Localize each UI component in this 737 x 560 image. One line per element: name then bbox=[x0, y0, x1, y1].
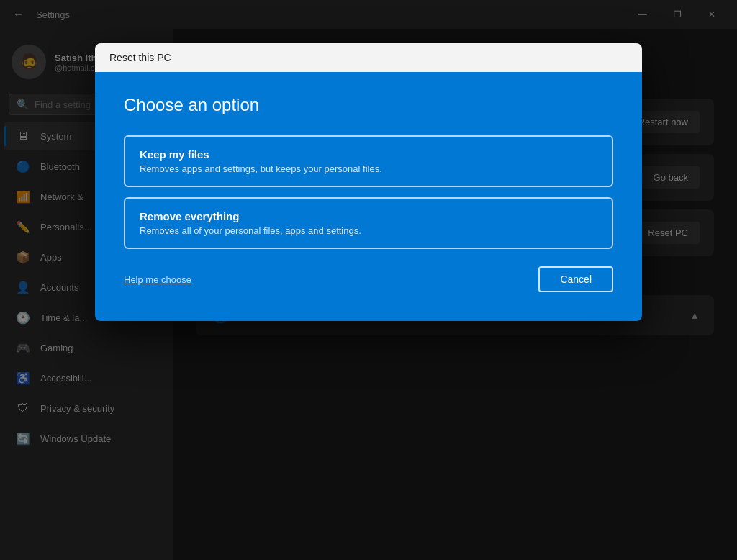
help-me-choose-link[interactable]: Help me choose bbox=[124, 274, 191, 285]
modal-option-keep-title: Keep my files bbox=[140, 148, 597, 161]
modal-option-keep-files[interactable]: Keep my files Removes apps and settings,… bbox=[124, 135, 613, 187]
modal-body: Choose an option Keep my files Removes a… bbox=[95, 72, 642, 321]
modal-option-remove-everything[interactable]: Remove everything Removes all of your pe… bbox=[124, 197, 613, 249]
reset-modal: Reset this PC Choose an option Keep my f… bbox=[95, 43, 642, 321]
modal-footer: Help me choose Cancel bbox=[124, 266, 613, 292]
modal-option-remove-desc: Removes all of your personal files, apps… bbox=[140, 225, 597, 236]
modal-titlebar: Reset this PC bbox=[95, 43, 642, 72]
modal-option-remove-title: Remove everything bbox=[140, 210, 597, 222]
modal-titlebar-label: Reset this PC bbox=[109, 52, 171, 63]
cancel-button[interactable]: Cancel bbox=[538, 266, 613, 292]
modal-option-keep-desc: Removes apps and settings, but keeps you… bbox=[140, 163, 597, 174]
modal-heading: Choose an option bbox=[124, 95, 613, 115]
modal-overlay: Reset this PC Choose an option Keep my f… bbox=[0, 0, 737, 560]
